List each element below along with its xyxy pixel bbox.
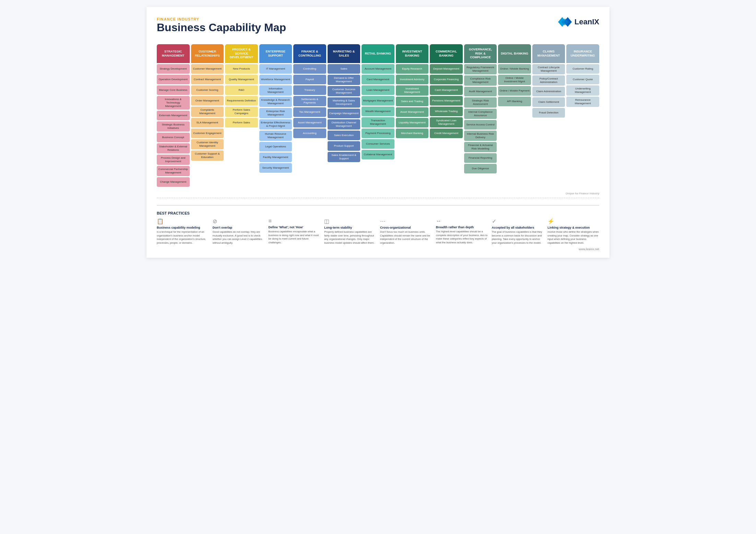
cell-strategic-8: Process Design and Improvement [157, 155, 190, 165]
column-finance: FINANCE & CONTROLLINGControllingPayrollT… [293, 44, 326, 188]
cell-governance-8: Financial Reporting [464, 153, 497, 163]
bp-icon-6: ✓ [492, 218, 544, 224]
col-body-strategic: Strategy DevelopmentOperation Developmen… [157, 63, 190, 188]
col-header-claims: CLAIMS MANAGEMENT [532, 44, 565, 63]
bp-item-2: ≡Define 'What'; not 'How'Business capabi… [269, 218, 320, 245]
bp-item-text-7: involve those who define the strategies … [547, 230, 599, 245]
cell-digital-3: API Banking [498, 97, 531, 106]
bp-item-4: ⋯Cross-organizationalDon't focus too muc… [380, 218, 432, 245]
bp-icon-5: ↔ [436, 218, 488, 224]
cell-insurance-3: Reinsurance Management [566, 97, 599, 107]
cell-finance-3: Settlements & Payments [293, 96, 326, 106]
main-title: Business Capability Map [157, 21, 286, 34]
cell-customer-6: Customer Engagement [191, 129, 224, 138]
cell-customer-5: SLA Management [191, 118, 224, 128]
column-insurance: INSURANCE UNDERWRITINGCustomer RatingCus… [566, 44, 599, 188]
cell-product-4: Perform Sales Campaigns [225, 107, 258, 117]
cell-finance-4: Tax Management [293, 107, 326, 117]
cell-commercial-0: Deposit Management [430, 64, 463, 74]
col-body-governance: Regulatory Framework ManagementComplianc… [464, 63, 497, 188]
cell-enterprise-1: Workforce Management [259, 75, 292, 84]
col-header-digital: DIGITAL BANKING [498, 44, 531, 63]
cell-strategic-9: Commercial Partnership Management [157, 166, 190, 176]
bp-icon-0: 📋 [157, 218, 209, 224]
cell-marketing-8: Sales Enablement & Support [328, 152, 361, 162]
col-header-customer: CUSTOMER RELATIONSHIPS [191, 44, 224, 63]
cell-marketing-3: Marketing & Sales Development [328, 97, 361, 108]
cell-strategic-7: Stakeholder & External Relations [157, 143, 190, 154]
cell-enterprise-9: Security Management [259, 163, 292, 173]
cell-retail-1: Card Management [362, 75, 394, 84]
cell-marketing-4: Campaign Management [328, 109, 361, 118]
bp-icon-1: ⊘ [213, 218, 264, 224]
bp-item-0: 📋Business capability modelingis a techni… [157, 218, 209, 245]
cell-commercial-3: Pensions Management [430, 96, 463, 106]
col-body-insurance: Customer RatingCustomer QuoteUnderwritin… [566, 63, 599, 188]
bp-item-title-0: Business capability modeling [157, 226, 209, 229]
cell-finance-2: Treasury [293, 85, 326, 95]
cell-governance-5: Service Access Control [464, 120, 497, 130]
cell-finance-1: Payroll [293, 75, 326, 84]
bp-item-text-5: The highest-level capabilities should be… [436, 230, 488, 244]
bp-item-title-7: Linking strategy & execution [547, 226, 599, 229]
cell-retail-6: Payment Processing [362, 129, 394, 138]
cell-marketing-7: Product Support [328, 141, 361, 151]
cell-product-0: New Products [225, 64, 258, 74]
col-header-finance: FINANCE & CONTROLLING [293, 44, 326, 63]
bp-item-5: ↔Breadth rather than depthThe highest-le… [436, 218, 488, 245]
column-enterprise: ENTERPRISE SUPPORTIT ManagementWorkforce… [259, 44, 292, 188]
cell-retail-2: Loan Management [362, 85, 394, 95]
cell-digital-2: Online / Mobile Payment [498, 86, 531, 96]
cell-retail-3: Mortgages Management [362, 96, 394, 106]
cell-strategic-2: Manage Core Business [157, 85, 190, 95]
footer-url: www.leanix.net [157, 247, 599, 251]
cell-commercial-6: Credit Management [430, 129, 463, 138]
cell-commercial-1: Corporate Financing [430, 75, 463, 84]
bp-item-text-2: Business capabilities encapsulate what a… [269, 230, 320, 244]
cell-marketing-1: Demand & Offer Management [328, 75, 361, 85]
capability-map: STRATEGIC MANAGEMENTStrategy Development… [157, 41, 599, 195]
column-commercial: COMMERCIAL BANKINGDeposit ManagementCorp… [430, 44, 463, 188]
bp-item-text-3: Properly defined business capabilities a… [324, 230, 376, 245]
cell-retail-4: Wealth Management [362, 107, 394, 116]
bp-item-6: ✓Accepted by all stakeholdersThe goal of… [492, 218, 544, 245]
bp-icon-4: ⋯ [380, 218, 432, 224]
cell-customer-3: Order Management [191, 96, 224, 106]
cell-enterprise-3: Knowledge & Research Management [259, 97, 292, 107]
cell-strategic-3: Innovations & Technology Management [157, 96, 190, 110]
cell-customer-7: Customer Identity Management [191, 139, 224, 149]
cell-claims-2: Claim Administration [532, 87, 565, 96]
col-body-marketing: SalesDemand & Offer ManagementCustomer S… [328, 63, 361, 188]
header-left: FINANCE INDUSTRY Business Capability Map [157, 17, 286, 34]
logo-text: LeanIX [575, 17, 599, 26]
bp-item-title-1: Don't overlap [213, 226, 264, 229]
cell-product-1: Quality Management [225, 75, 258, 84]
best-practices-title: BEST PRACTICES [157, 211, 599, 215]
cell-claims-3: Claim Settlement [532, 97, 565, 107]
cell-claims-0: Contract Lifecycle Management [532, 64, 565, 74]
cell-strategic-0: Strategy Development [157, 64, 190, 74]
cell-enterprise-6: Human Resource Management [259, 131, 292, 141]
col-body-enterprise: IT ManagementWorkforce ManagementInforma… [259, 63, 292, 188]
cell-governance-1: Compliance Risk Management [464, 75, 497, 86]
cell-marketing-2: Customer Success Management [328, 86, 361, 96]
best-practices-grid: 📋Business capability modelingis a techni… [157, 218, 599, 245]
bp-item-7: ⚡Linking strategy & executioninvolve tho… [547, 218, 599, 245]
cell-customer-1: Contract Management [191, 75, 224, 84]
bp-item-title-3: Long-term stability [324, 226, 376, 229]
cell-commercial-4: Wholesale Trading [430, 107, 463, 116]
cell-marketing-0: Sales [328, 64, 361, 74]
bp-item-title-5: Breadth rather than depth [436, 226, 488, 229]
cell-investment-5: Liquidity Management [396, 118, 429, 128]
col-header-insurance: INSURANCE UNDERWRITING [566, 44, 599, 63]
col-body-claims: Contract Lifecycle ManagementPolicy/Cont… [532, 63, 565, 188]
cell-insurance-0: Customer Rating [566, 64, 599, 74]
col-header-governance: GOVERNANCE, RISK & COMPLIANCE [464, 44, 497, 63]
col-body-digital: Online / Mobile BankingOnline / Mobile I… [498, 63, 531, 188]
cell-customer-8: Customer Support & Education [191, 150, 224, 161]
cell-investment-6: Merchant Banking [396, 129, 429, 138]
cell-product-2: R&D [225, 85, 258, 95]
cell-finance-0: Controlling [293, 64, 326, 74]
cell-digital-0: Online / Mobile Banking [498, 64, 531, 74]
column-governance: GOVERNANCE, RISK & COMPLIANCERegulatory … [464, 44, 497, 188]
